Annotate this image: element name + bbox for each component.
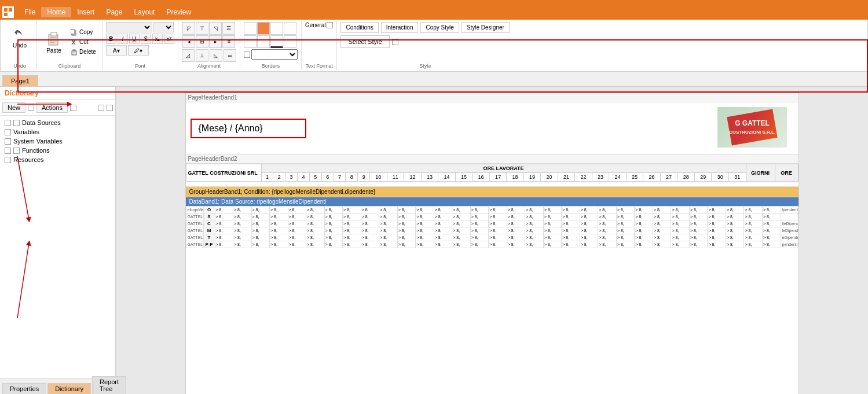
- italic-button[interactable]: I: [118, 34, 128, 44]
- functions-checkbox2[interactable]: [13, 148, 20, 154]
- font-family-select[interactable]: [106, 22, 152, 32]
- data-cell: > 8,: [233, 241, 252, 248]
- day-number-2: 2: [273, 173, 285, 182]
- align-mid-left[interactable]: ◂: [182, 35, 195, 48]
- border-all[interactable]: [284, 22, 296, 35]
- align-top-center[interactable]: ⊤: [196, 22, 208, 35]
- superscript-button[interactable]: x²: [164, 34, 174, 44]
- align-mid-justify[interactable]: ≡: [222, 35, 235, 48]
- data-cell: > 8,: [580, 227, 598, 234]
- interaction-button[interactable]: Interaction: [381, 22, 419, 33]
- tree-item-datasources[interactable]: Data Sources: [2, 118, 113, 127]
- border-none[interactable]: [244, 22, 257, 35]
- menu-preview[interactable]: Preview: [160, 7, 197, 17]
- menu-insert[interactable]: Insert: [71, 7, 100, 17]
- actions-button[interactable]: Actions: [36, 102, 68, 113]
- align-top-justify[interactable]: ☰: [222, 22, 235, 35]
- strikethrough-button[interactable]: S: [141, 34, 151, 44]
- data-cell: > 8,: [726, 220, 744, 227]
- paste-button[interactable]: Paste: [41, 27, 67, 57]
- data-cell: > 8,: [653, 227, 671, 234]
- row-right-s: [781, 213, 798, 220]
- tree-item-resources[interactable]: Resources: [2, 155, 113, 164]
- align-top-left[interactable]: ◸: [182, 22, 195, 35]
- functions-checkbox[interactable]: [5, 148, 11, 154]
- top-bar: [0, 0, 868, 5]
- extra-checkbox2[interactable]: [107, 105, 113, 111]
- sysvar-checkbox[interactable]: [5, 138, 11, 145]
- border-inner[interactable]: [257, 35, 270, 48]
- day-number-18: 18: [507, 173, 524, 182]
- data-cell: > 8,: [671, 234, 690, 241]
- align-mid-right[interactable]: ▸: [209, 35, 222, 48]
- svg-rect-3: [4, 13, 8, 16]
- data-cell: > 8,: [489, 227, 507, 234]
- extra-checkbox[interactable]: [98, 105, 104, 111]
- border-left[interactable]: [244, 35, 257, 48]
- style-checkbox[interactable]: [392, 39, 398, 45]
- align-bot-right[interactable]: ◺: [210, 49, 222, 62]
- row-left-s: GATTEL: [186, 213, 203, 220]
- actions-checkbox[interactable]: [70, 105, 76, 111]
- border-style-select[interactable]: [251, 49, 298, 60]
- tree-item-functions[interactable]: Functions: [2, 146, 113, 155]
- data-cell: > 8,: [744, 213, 763, 220]
- border-checkbox[interactable]: [244, 51, 250, 58]
- font-row-2: B I U S x₂ x²: [106, 34, 174, 44]
- data-cell: > 8,: [543, 220, 562, 227]
- underline-button[interactable]: U: [129, 34, 140, 44]
- align-bot-center[interactable]: ⊥: [196, 49, 208, 62]
- tree-item-variables[interactable]: Variables: [2, 127, 113, 137]
- text-checkbox[interactable]: [327, 22, 333, 28]
- conditions-button[interactable]: Conditions: [340, 22, 378, 33]
- variables-checkbox[interactable]: [5, 129, 11, 135]
- new-button[interactable]: New: [2, 102, 25, 113]
- font-color-button[interactable]: A▾: [106, 45, 127, 56]
- svg-rect-6: [50, 37, 57, 38]
- data-cell: > 8,: [233, 220, 252, 227]
- select-style-button[interactable]: Select Style: [340, 35, 389, 48]
- align-bot-justify[interactable]: ═: [224, 49, 236, 62]
- border-top[interactable]: [257, 22, 270, 35]
- menu-file[interactable]: File: [19, 7, 41, 17]
- bottom-tab-dictionary[interactable]: Dictionary: [47, 383, 91, 394]
- align-bot-left[interactable]: ◿: [182, 49, 195, 62]
- menu-page[interactable]: Page: [100, 7, 128, 17]
- border-bottom[interactable]: [270, 35, 283, 48]
- resources-checkbox[interactable]: [5, 157, 11, 163]
- align-mid-center[interactable]: ⊞: [196, 35, 208, 48]
- align-top-right[interactable]: ◹: [209, 22, 222, 35]
- copy-style-button[interactable]: Copy Style: [420, 22, 459, 33]
- day-number-29: 29: [694, 173, 712, 182]
- bold-button[interactable]: B: [106, 34, 116, 44]
- style-designer-button[interactable]: Style Designer: [462, 22, 510, 33]
- border-right[interactable]: [270, 22, 283, 35]
- copy-button[interactable]: Copy: [68, 28, 98, 37]
- resources-label: Resources: [13, 156, 44, 163]
- data-cell: > 8,: [452, 241, 471, 248]
- day-number-17: 17: [489, 173, 507, 182]
- bottom-tab-report-tree[interactable]: Report Tree: [92, 376, 126, 394]
- border-outer[interactable]: [284, 35, 296, 48]
- row-right-o: lpendenti.contoDipendenti.cont: [781, 207, 798, 213]
- menu-layout[interactable]: Layout: [128, 7, 160, 17]
- date-field[interactable]: {Mese} / {Anno}: [191, 119, 306, 138]
- undo-button[interactable]: Undo: [6, 22, 33, 51]
- datasources-checkbox2[interactable]: [13, 120, 20, 126]
- cut-button[interactable]: Cut: [68, 38, 98, 47]
- tab-page1[interactable]: Page1: [2, 75, 38, 86]
- day-number-7: 7: [334, 173, 346, 182]
- datasources-checkbox[interactable]: [5, 120, 11, 126]
- tree-item-system-variables[interactable]: System Variables: [2, 137, 113, 146]
- content-area[interactable]: PageHeaderBand1 {Mese} / {Anno} G GATTEL…: [116, 87, 868, 394]
- data-cell: > 8,: [397, 234, 416, 241]
- subscript-button[interactable]: x₂: [152, 34, 163, 44]
- new-checkbox[interactable]: [28, 105, 34, 111]
- data-cell: > 8,: [580, 207, 598, 213]
- delete-button[interactable]: Delete: [68, 47, 98, 57]
- highlight-button[interactable]: 🖊▾: [128, 45, 149, 56]
- bottom-tab-properties[interactable]: Properties: [2, 383, 46, 394]
- font-size-select[interactable]: [153, 22, 174, 32]
- data-cell: > 8,: [343, 241, 361, 248]
- menu-home[interactable]: Home: [41, 7, 71, 17]
